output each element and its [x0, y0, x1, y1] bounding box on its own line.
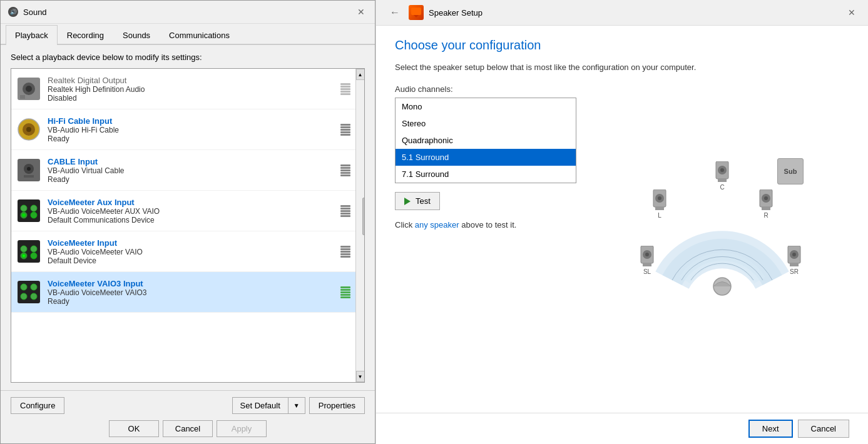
svg-point-14: [31, 205, 37, 211]
svg-rect-50: [790, 263, 799, 266]
svg-point-27: [21, 293, 27, 300]
device-name-cable: CABLE Input: [48, 157, 337, 166]
speaker-diagram-container: Sub L: [595, 84, 849, 400]
properties-button[interactable]: Properties: [309, 397, 365, 414]
device-item-realtek[interactable]: Realtek Digital Output Realtek High Defi…: [11, 69, 355, 109]
left-label: L: [658, 212, 661, 219]
left-speaker[interactable]: L: [650, 189, 669, 219]
surround-left-speaker[interactable]: SL: [638, 246, 656, 275]
svg-point-26: [31, 284, 37, 290]
channel-item-stereo[interactable]: Stereo: [396, 115, 576, 132]
audio-channels-list: Mono Stereo Quadraphonic 5.1 Surround 7.…: [395, 98, 576, 183]
dialog-titlebar: 🔊 Sound ✕: [1, 1, 375, 24]
vol-bars-realtek: [340, 83, 350, 95]
vol-bar: [340, 296, 350, 298]
svg-point-37: [720, 168, 724, 172]
device-item-vm-vaio3[interactable]: VoiceMeeter VAIO3 Input VB-Audio VoiceMe…: [11, 272, 355, 313]
device-icon-hifi: [16, 117, 41, 142]
device-info-cable: CABLE Input VB-Audio Virtual Cable Ready: [48, 157, 337, 184]
set-default-button[interactable]: Set Default: [232, 397, 288, 414]
config-left: Audio channels: Mono Stereo Quadraphonic…: [395, 84, 583, 400]
apply-button[interactable]: Apply: [217, 420, 267, 437]
any-speaker-highlight: any speaker: [415, 220, 459, 230]
device-subname-vm-vaio3: VB-Audio VoiceMeeter VAIO3: [48, 288, 337, 297]
speaker-shape-SL: [638, 246, 656, 268]
device-subname-vm-aux: VB-Audio VoiceMeeter AUX VAIO: [48, 207, 337, 216]
test-button-label: Test: [416, 196, 431, 206]
svg-rect-17: [18, 240, 40, 263]
svg-point-41: [764, 196, 768, 200]
dialog-title: Sound: [23, 8, 47, 17]
tabs-bar: Playback Recording Sounds Communications: [1, 24, 375, 45]
channel-item-mono[interactable]: Mono: [396, 98, 576, 115]
vol-bar: [340, 286, 350, 288]
device-list[interactable]: Realtek Digital Output Realtek High Defi…: [11, 69, 355, 382]
test-button[interactable]: Test: [395, 192, 440, 210]
surround-right-label: SR: [790, 268, 799, 275]
svg-point-2: [26, 86, 32, 92]
svg-rect-29: [411, 8, 421, 15]
cancel-button[interactable]: Cancel: [163, 420, 213, 437]
setup-cancel-button[interactable]: Cancel: [798, 420, 849, 438]
channel-item-51[interactable]: 5.1 Surround: [396, 149, 576, 166]
speaker-setup-title: ← Speaker Setup: [386, 5, 483, 20]
scrollbar-track[interactable]: ▲ ▼: [355, 69, 364, 382]
svg-point-20: [31, 246, 37, 252]
set-default-dropdown-button[interactable]: ▼: [288, 397, 305, 414]
speaker-setup-close-button[interactable]: ✕: [845, 6, 858, 19]
device-name-hifi: Hi-Fi Cable Input: [48, 116, 337, 126]
vol-bars-vm-vaio3: [340, 286, 350, 298]
scroll-thumb[interactable]: [362, 198, 365, 235]
device-status-vm-vaio3: Ready: [48, 297, 337, 306]
device-item-cable[interactable]: CABLE Input VB-Audio Virtual Cable Ready: [11, 150, 355, 191]
device-info-vm-input: VoiceMeeter Input VB-Audio VoiceMeeter V…: [48, 238, 337, 265]
channel-item-quadraphonic[interactable]: Quadraphonic: [396, 132, 576, 149]
configure-button[interactable]: Configure: [11, 397, 64, 414]
vol-bar: [340, 213, 350, 214]
device-icon-vm-input: [16, 239, 41, 264]
dialog-content: Select a playback device below to modify…: [1, 45, 375, 390]
center-label: C: [720, 184, 724, 191]
config-heading: Choose your configuration: [395, 38, 849, 53]
speaker-setup-panel: ← Speaker Setup ✕ Choose your configurat…: [375, 0, 868, 444]
vol-bar: [340, 126, 350, 128]
svg-rect-42: [762, 207, 770, 210]
dialog-footer: Configure Set Default ▼ Properties OK Ca…: [1, 390, 375, 443]
tab-sounds[interactable]: Sounds: [113, 25, 160, 45]
surround-left-label: SL: [643, 268, 651, 275]
svg-point-9: [27, 167, 31, 171]
vol-bar: [340, 88, 350, 90]
vol-bar: [340, 294, 350, 296]
ok-button[interactable]: OK: [109, 420, 159, 437]
scroll-down-button[interactable]: ▼: [356, 371, 365, 382]
device-item-vm-aux[interactable]: VoiceMeeter Aux Input VB-Audio VoiceMeet…: [11, 191, 355, 231]
vol-bar: [340, 169, 350, 171]
vol-bars-vm-input: [340, 246, 350, 258]
audio-channels-label: Audio channels:: [395, 84, 583, 94]
svg-point-15: [31, 212, 37, 218]
back-arrow-icon[interactable]: ←: [386, 6, 404, 19]
next-button[interactable]: Next: [748, 420, 793, 438]
svg-point-21: [31, 253, 37, 259]
svg-rect-24: [18, 281, 40, 303]
scroll-up-button[interactable]: ▲: [356, 69, 365, 80]
device-item-hifi[interactable]: Hi-Fi Cable Input VB-Audio Hi-Fi Cable R…: [11, 109, 355, 150]
tab-recording[interactable]: Recording: [58, 25, 113, 45]
tab-communications[interactable]: Communications: [160, 25, 239, 45]
vol-bar: [340, 205, 350, 207]
vol-bar: [340, 256, 350, 258]
surround-right-speaker[interactable]: SR: [785, 246, 804, 275]
right-speaker[interactable]: R: [757, 189, 775, 219]
device-name-realtek: Realtek Digital Output: [48, 76, 337, 85]
sub-speaker[interactable]: Sub: [777, 158, 804, 184]
dialog-close-button[interactable]: ✕: [355, 6, 367, 18]
speaker-shape-C: [713, 161, 732, 184]
device-name-vm-vaio3: VoiceMeeter VAIO3 Input: [48, 279, 337, 288]
device-icon-vm-vaio3: [16, 280, 41, 305]
center-speaker[interactable]: C: [713, 161, 732, 191]
vol-bar: [340, 253, 350, 255]
channel-item-71[interactable]: 7.1 Surround: [396, 166, 576, 183]
device-item-vm-input[interactable]: VoiceMeeter Input VB-Audio VoiceMeeter V…: [11, 231, 355, 272]
set-default-group: Set Default ▼: [232, 397, 305, 414]
tab-playback[interactable]: Playback: [6, 25, 58, 45]
